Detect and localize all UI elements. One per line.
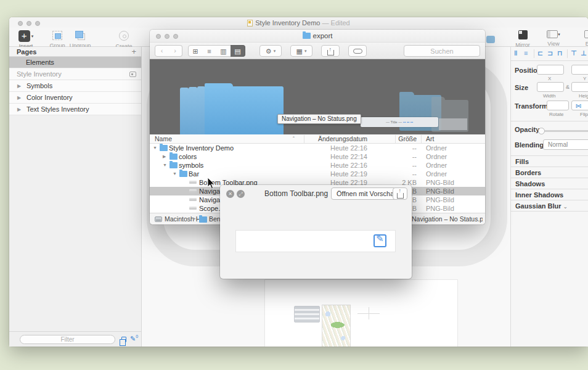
disclosure-icon[interactable]: ▼ <box>153 144 157 152</box>
png-file-icon <box>189 191 197 192</box>
coverflow-view-button[interactable]: ▤ <box>231 45 245 57</box>
opacity-row: Opacity <box>511 124 588 138</box>
artboard-icon[interactable] <box>129 72 136 77</box>
align-center-icon[interactable]: ⊐ <box>547 49 553 57</box>
sidebar-item-elements[interactable]: Elements <box>9 57 141 68</box>
align-right-icon[interactable]: ⊓ <box>557 49 563 57</box>
disclosure-icon[interactable]: ▶ <box>163 152 166 161</box>
alignment-toolbar: ‖ ≡ ⊏ ⊐ ⊓ ⊤ ⊥ <box>511 47 588 61</box>
folder-icon <box>160 145 168 151</box>
close-icon[interactable]: ✕ <box>226 190 234 198</box>
path-item-file[interactable]: Navigation – No Status.png <box>412 215 483 223</box>
filter-input[interactable] <box>20 335 115 344</box>
share-button[interactable] <box>393 187 407 200</box>
position-x-field[interactable] <box>537 65 564 75</box>
sidebar-item-color-inventory[interactable]: ▶ Color Inventory <box>9 92 141 104</box>
file-row[interactable]: ▼ symbols Heute 22:16 -- Ordner <box>150 161 485 170</box>
opacity-slider[interactable] <box>541 130 588 132</box>
rotate-field[interactable] <box>547 101 569 110</box>
file-row[interactable]: ▶ colors Heute 22:14 -- Ordner <box>150 152 485 161</box>
folder-icon <box>169 154 178 160</box>
list-column-headers: Name ˆ Änderungsdatum Größe Art <box>150 134 485 144</box>
inner-shadows-section[interactable]: Inner Shadows <box>511 189 588 200</box>
ungroup-button[interactable]: Ungroup <box>68 31 92 49</box>
tag-button[interactable] <box>348 45 367 57</box>
height-field[interactable] <box>571 82 588 92</box>
arrange-menu-button[interactable]: ▦ ▾ <box>290 45 312 57</box>
disclosure-icon[interactable]: ▼ <box>163 161 167 170</box>
chevron-right-icon[interactable]: ▶ <box>17 92 21 104</box>
wireframe-thumbnail <box>357 307 380 319</box>
gear-icon: ⚙ <box>266 47 272 55</box>
file-row[interactable]: ▼ Bar Heute 22:19 -- Ordner <box>150 170 485 178</box>
view-button[interactable]: ▾ View <box>543 30 564 47</box>
map-thumbnail[interactable] <box>322 305 351 347</box>
pages-panel-toggle-icon[interactable] <box>121 337 126 342</box>
sketch-titlebar[interactable]: Style Inventory Demo — Edited <box>9 17 588 28</box>
column-header-size[interactable]: Größe <box>387 135 417 142</box>
disclosure-icon[interactable]: ▼ <box>173 170 177 178</box>
hard-drive-icon <box>155 216 162 222</box>
folder-icon <box>179 171 187 177</box>
edited-badge: — Edited <box>322 19 349 27</box>
finder-titlebar[interactable]: export <box>150 30 485 43</box>
folder-stack-back <box>180 88 189 134</box>
group-icon <box>52 31 62 40</box>
group-button[interactable]: Group <box>48 31 67 49</box>
sidebar-doc-title[interactable]: Style Inventory <box>9 68 141 80</box>
link-icon: & <box>566 84 570 90</box>
sidebar-item-text-styles-inventory[interactable]: ▶ Text Styles Inventory <box>9 104 141 115</box>
forward-button[interactable]: › <box>168 45 182 57</box>
chevron-right-icon[interactable]: ▶ <box>17 80 21 92</box>
distribute-horizontally-icon[interactable]: ‖ <box>514 49 517 57</box>
icon-view-button[interactable]: ⊞ <box>188 45 203 57</box>
opacity-slider-knob[interactable] <box>538 128 545 134</box>
pages-header: Pages + <box>9 47 141 57</box>
action-menu-button[interactable]: ⚙ ▾ <box>259 45 282 57</box>
list-view-button[interactable]: ≡ <box>202 45 217 57</box>
align-top-icon[interactable]: ⊤ <box>571 49 577 57</box>
share-button[interactable] <box>321 45 340 57</box>
hover-tooltip: Navigation – No Status.png <box>277 114 361 124</box>
file-row[interactable]: ▼ Style Inventory Demo Heute 22:16 -- Or… <box>150 144 485 152</box>
export-button[interactable]: Ex <box>579 30 588 47</box>
sidebar-item-symbols[interactable]: ▶ Symbols <box>9 80 141 92</box>
pencil-icon[interactable]: ✎0 <box>130 334 138 343</box>
back-button[interactable]: ‹ <box>155 45 169 57</box>
add-page-button[interactable]: + <box>131 47 136 57</box>
shadows-section[interactable]: Shadows <box>511 178 588 189</box>
borders-section[interactable]: Borders <box>511 166 588 178</box>
coverflow-area[interactable]: — Title — •• •• •• <box>150 59 485 138</box>
folder-preview-front[interactable] <box>205 86 284 136</box>
png-file-icon <box>189 208 197 210</box>
width-field[interactable] <box>537 82 564 92</box>
png-file-icon <box>189 199 197 201</box>
blending-select[interactable]: Normal <box>543 139 588 150</box>
align-middle-icon[interactable]: ⊥ <box>581 49 587 57</box>
align-left-icon[interactable]: ⊏ <box>537 49 543 57</box>
finder-toolbar: ‹ › ⊞ ≡ ▥ ▤ ⚙ ▾ ▦ ▾ <box>150 43 485 59</box>
transform-row: Transform ⋈ Rotate Flip <box>511 100 588 121</box>
group-by-icon: ▦ <box>296 47 303 55</box>
column-header-date[interactable]: Änderungsdatum <box>318 135 367 142</box>
position-y-field[interactable] <box>571 65 588 75</box>
cloud-icon[interactable] <box>486 36 495 43</box>
fullscreen-icon[interactable]: ⤢ <box>237 190 245 198</box>
mirror-button[interactable]: Mirror <box>512 30 533 48</box>
stepper-icon[interactable]: ⌄ <box>563 204 568 210</box>
layers-sidebar: Pages + Elements Style Inventory ▶ Symbo… <box>9 47 142 347</box>
flip-control[interactable]: ⋈ <box>571 101 588 110</box>
gaussian-blur-section[interactable]: Gaussian Blur⌄ <box>511 200 588 211</box>
column-view-button[interactable]: ▥ <box>216 45 231 57</box>
plus-icon: + <box>18 30 30 42</box>
navigation-png-preview[interactable]: — Title — •• •• •• <box>361 117 438 127</box>
quicklook-title: Bottom Toolbar.png <box>264 189 328 198</box>
column-header-name[interactable]: Name <box>155 135 172 142</box>
column-header-kind[interactable]: Art <box>426 135 434 142</box>
keyboard-thumbnail[interactable] <box>294 306 320 323</box>
finder-search-input[interactable] <box>404 45 480 57</box>
flip-horizontal-icon[interactable]: ⋈ <box>572 101 585 110</box>
chevron-right-icon[interactable]: ▶ <box>17 104 21 115</box>
fills-section[interactable]: Fills <box>511 155 588 166</box>
distribute-vertically-icon[interactable]: ≡ <box>524 49 528 57</box>
